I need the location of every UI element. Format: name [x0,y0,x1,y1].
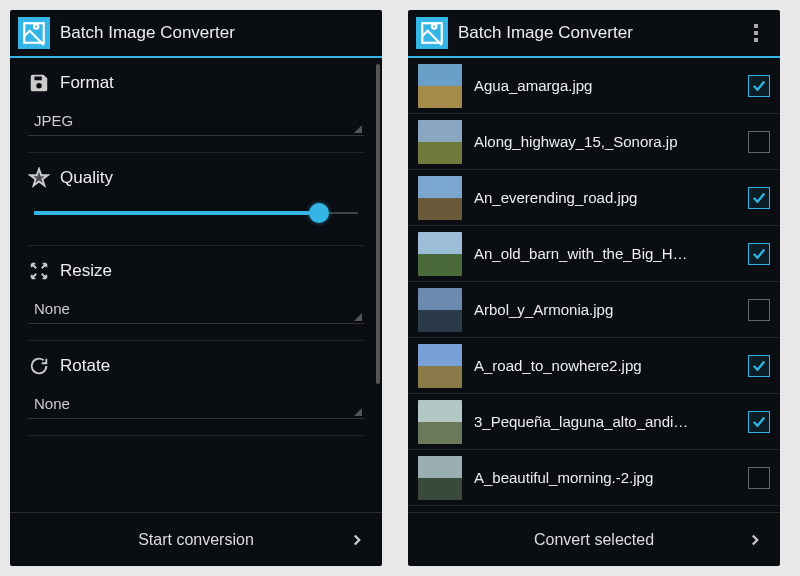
thumbnail [418,232,462,276]
star-icon [28,167,50,189]
rotate-section: Rotate None [28,341,364,436]
chevron-right-icon [746,531,764,549]
thumbnail [418,120,462,164]
rotate-icon [28,355,50,377]
thumbnail [418,344,462,388]
scrollbar[interactable] [376,64,380,384]
app-icon [416,17,448,49]
overflow-menu-button[interactable] [740,17,772,49]
start-conversion-label: Start conversion [138,531,254,549]
file-name: An_everending_road.jpg [474,189,736,206]
file-checkbox[interactable] [748,355,770,377]
file-name: A_beautiful_morning.-2.jpg [474,469,736,486]
file-row[interactable]: Arbol_y_Armonia.jpg [408,282,780,338]
thumbnail [418,400,462,444]
file-checkbox[interactable] [748,187,770,209]
file-name: Arbol_y_Armonia.jpg [474,301,736,318]
file-list[interactable]: Agua_amarga.jpgAlong_highway_15,_Sonora.… [408,58,780,512]
action-bar: Batch Image Converter [10,10,382,58]
file-row[interactable]: 3_Pequeña_laguna_alto_andi… [408,394,780,450]
file-checkbox[interactable] [748,131,770,153]
file-row[interactable]: Along_highway_15,_Sonora.jp [408,114,780,170]
start-conversion-button[interactable]: Start conversion [10,512,382,566]
rotate-label: Rotate [60,356,110,376]
slider-thumb[interactable] [309,203,329,223]
file-name: Agua_amarga.jpg [474,77,736,94]
format-label: Format [60,73,114,93]
file-row[interactable]: Agua_amarga.jpg [408,58,780,114]
file-row[interactable]: A_road_to_nowhere2.jpg [408,338,780,394]
convert-selected-button[interactable]: Convert selected [408,512,780,566]
resize-spinner[interactable]: None [28,292,364,324]
file-name: Along_highway_15,_Sonora.jp [474,133,736,150]
app-title: Batch Image Converter [458,23,633,43]
file-row[interactable]: An_everending_road.jpg [408,170,780,226]
file-list-content: Agua_amarga.jpgAlong_highway_15,_Sonora.… [408,58,780,512]
thumbnail [418,288,462,332]
quality-slider[interactable] [34,199,358,229]
resize-section: Resize None [28,246,364,341]
thumbnail [418,176,462,220]
action-bar: Batch Image Converter [408,10,780,58]
file-row[interactable]: A_beautiful_morning.-2.jpg [408,450,780,506]
file-checkbox[interactable] [748,299,770,321]
quality-section: Quality [28,153,364,246]
file-name: An_old_barn_with_the_Big_H… [474,245,736,262]
save-icon [28,72,50,94]
file-name: A_road_to_nowhere2.jpg [474,357,736,374]
file-checkbox[interactable] [748,467,770,489]
format-spinner[interactable]: JPEG [28,104,364,136]
settings-content: Format JPEG Quality Resize None [10,58,382,512]
file-checkbox[interactable] [748,243,770,265]
file-row[interactable]: An_old_barn_with_the_Big_H… [408,226,780,282]
chevron-right-icon [348,531,366,549]
file-checkbox[interactable] [748,411,770,433]
settings-screen: Batch Image Converter Format JPEG Qualit… [10,10,382,566]
slider-fill [34,211,319,215]
thumbnail [418,456,462,500]
format-section: Format JPEG [28,58,364,153]
file-checkbox[interactable] [748,75,770,97]
file-name: 3_Pequeña_laguna_alto_andi… [474,413,736,430]
app-title: Batch Image Converter [60,23,235,43]
picker-screen: Batch Image Converter Agua_amarga.jpgAlo… [408,10,780,566]
quality-label: Quality [60,168,113,188]
thumbnail [418,64,462,108]
resize-icon [28,260,50,282]
resize-label: Resize [60,261,112,281]
app-icon [18,17,50,49]
convert-selected-label: Convert selected [534,531,654,549]
rotate-spinner[interactable]: None [28,387,364,419]
